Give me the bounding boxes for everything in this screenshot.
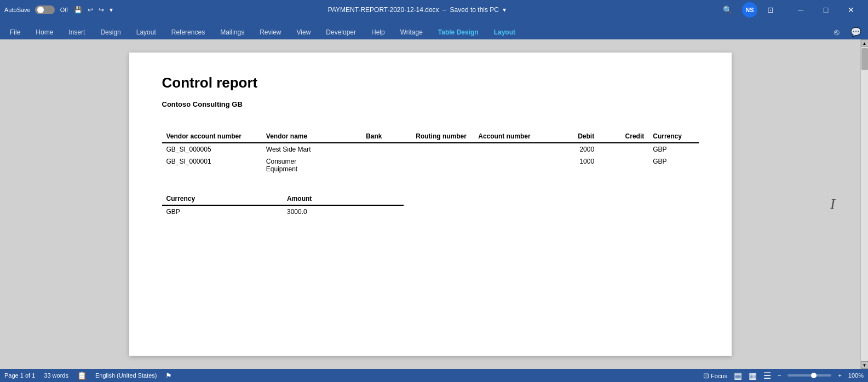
tab-writage[interactable]: Writage — [393, 25, 430, 39]
title-bar-left: AutoSave Off 💾 ↩ ↪ ▾ — [4, 5, 114, 15]
page-info: Page 1 of 1 — [4, 372, 35, 379]
col-header-debit: Debit — [549, 130, 599, 143]
cell-vendor-name-1: West Side Mart — [262, 143, 361, 155]
save-button[interactable]: 💾 — [72, 5, 84, 15]
table-row: GB_SI_000005 West Side Mart 2000 GBP — [162, 143, 699, 155]
tab-table-design[interactable]: Table Design — [430, 25, 486, 39]
col-header-routing: Routing number — [411, 130, 474, 143]
zoom-out-button[interactable]: − — [778, 372, 781, 379]
col-header-bank: Bank — [361, 130, 411, 143]
window-controls: ─ □ ✕ — [788, 0, 864, 20]
autosave-label: AutoSave — [4, 7, 31, 13]
accessibility-icon[interactable]: ⚑ — [165, 372, 172, 380]
ribbon-tabs: File Home Insert Design Layout Reference… — [0, 20, 868, 39]
cell-credit-2 — [599, 155, 648, 175]
summary-col-amount: Amount — [283, 193, 404, 205]
zoom-thumb — [811, 373, 817, 378]
share-button[interactable]: ⎋ — [830, 25, 844, 39]
outline-view-button[interactable]: ☰ — [763, 371, 771, 381]
document-canvas[interactable]: Control report Contoso Consulting GB Ven… — [0, 39, 860, 369]
autosave-toggle[interactable] — [35, 5, 55, 14]
cell-currency-1: GBP — [648, 143, 698, 155]
status-right: ⊡ Focus ▤ ▦ ☰ − + 100% — [703, 371, 864, 381]
summary-table: Currency Amount GBP 3000.0 — [162, 193, 404, 218]
cell-debit-1: 2000 — [549, 143, 599, 155]
tab-design[interactable]: Design — [93, 25, 128, 39]
comments-button[interactable]: 💬 — [846, 25, 866, 39]
proofing-icon[interactable]: 📋 — [77, 371, 87, 380]
saved-to: Saved to this PC — [450, 6, 499, 14]
tab-home[interactable]: Home — [28, 25, 61, 39]
customize-button[interactable]: ▾ — [108, 5, 114, 15]
vertical-scrollbar[interactable]: ▲ ▼ — [860, 39, 868, 369]
text-cursor: I — [830, 195, 835, 213]
tab-insert[interactable]: Insert — [61, 25, 93, 39]
focus-button[interactable]: ⊡ Focus — [703, 372, 727, 380]
cell-account-1 — [474, 143, 549, 155]
language[interactable]: English (United States) — [95, 372, 157, 379]
document-title: PAYMENT-REPORT-2020-12-14.docx – Saved t… — [119, 6, 715, 14]
summary-col-currency: Currency — [162, 193, 283, 205]
scroll-down-button[interactable]: ▼ — [861, 361, 869, 369]
col-header-vendor-name: Vendor name — [262, 130, 361, 143]
tab-mailings[interactable]: Mailings — [212, 25, 252, 39]
zoom-level: 100% — [848, 372, 864, 379]
maximize-button[interactable]: □ — [813, 0, 838, 20]
col-header-account: Account number — [474, 130, 549, 143]
ribbon-right-controls: ⎋ 💬 — [830, 25, 866, 39]
quick-access-toolbar: 💾 ↩ ↪ ▾ — [72, 5, 114, 15]
filename: PAYMENT-REPORT-2020-12-14.docx — [328, 6, 439, 14]
undo-button[interactable]: ↩ — [86, 5, 95, 15]
summary-amount-value: 3000.0 — [283, 205, 404, 218]
redo-button[interactable]: ↪ — [97, 5, 106, 15]
tab-developer[interactable]: Developer — [318, 25, 364, 39]
scroll-up-button[interactable]: ▲ — [861, 39, 869, 47]
restore-button[interactable]: ⊡ — [764, 4, 777, 15]
cell-bank-2 — [361, 155, 411, 175]
tab-file[interactable]: File — [2, 25, 28, 39]
cell-bank-1 — [361, 143, 411, 155]
col-header-credit: Credit — [599, 130, 648, 143]
zoom-in-button[interactable]: + — [838, 372, 841, 379]
report-company: Contoso Consulting GB — [162, 100, 699, 108]
cell-vendor-account-1: GB_SI_000005 — [162, 143, 262, 155]
status-bar: Page 1 of 1 33 words 📋 English (United S… — [0, 369, 868, 382]
summary-row: GBP 3000.0 — [162, 205, 404, 218]
cell-debit-2: 1000 — [549, 155, 599, 175]
autosave-state: Off — [60, 7, 68, 13]
search-button[interactable]: 🔍 — [720, 4, 735, 15]
title-bar: AutoSave Off 💾 ↩ ↪ ▾ PAYMENT-REPORT-2020… — [0, 0, 868, 20]
print-layout-button[interactable]: ▤ — [734, 371, 742, 381]
summary-currency-value: GBP — [162, 205, 283, 218]
cell-currency-2: GBP — [648, 155, 698, 175]
tab-layout2[interactable]: Layout — [486, 25, 523, 39]
cell-account-2 — [474, 155, 549, 175]
col-header-currency: Currency — [648, 130, 698, 143]
web-layout-button[interactable]: ▦ — [749, 371, 757, 381]
scroll-thumb[interactable] — [861, 48, 868, 70]
minimize-button[interactable]: ─ — [788, 0, 813, 20]
payment-table: Vendor account number Vendor name Bank R… — [162, 130, 699, 175]
tab-help[interactable]: Help — [364, 25, 393, 39]
cell-credit-1 — [599, 143, 648, 155]
col-header-vendor-account: Vendor account number — [162, 130, 262, 143]
tab-view[interactable]: View — [289, 25, 319, 39]
cell-vendor-account-2: GB_SI_000001 — [162, 155, 262, 175]
tab-layout[interactable]: Layout — [129, 25, 164, 39]
table-row: GB_SI_000001 ConsumerEquipment 1000 GBP — [162, 155, 699, 175]
cell-routing-2 — [411, 155, 474, 175]
zoom-slider[interactable] — [787, 374, 831, 377]
report-title: Control report — [162, 74, 699, 91]
close-button[interactable]: ✕ — [838, 0, 864, 20]
focus-icon: ⊡ — [703, 372, 709, 380]
document-page[interactable]: Control report Contoso Consulting GB Ven… — [129, 53, 732, 356]
cell-routing-1 — [411, 143, 474, 155]
avatar[interactable]: NS — [742, 2, 757, 18]
tab-references[interactable]: References — [164, 25, 212, 39]
document-area: Control report Contoso Consulting GB Ven… — [0, 39, 868, 369]
saved-to-dropdown[interactable]: ▾ — [503, 6, 506, 14]
title-bar-right: 🔍 NS ⊡ ─ □ ✕ — [720, 0, 864, 20]
tab-review[interactable]: Review — [252, 25, 289, 39]
word-count: 33 words — [44, 372, 68, 379]
cell-vendor-name-2: ConsumerEquipment — [262, 155, 361, 175]
